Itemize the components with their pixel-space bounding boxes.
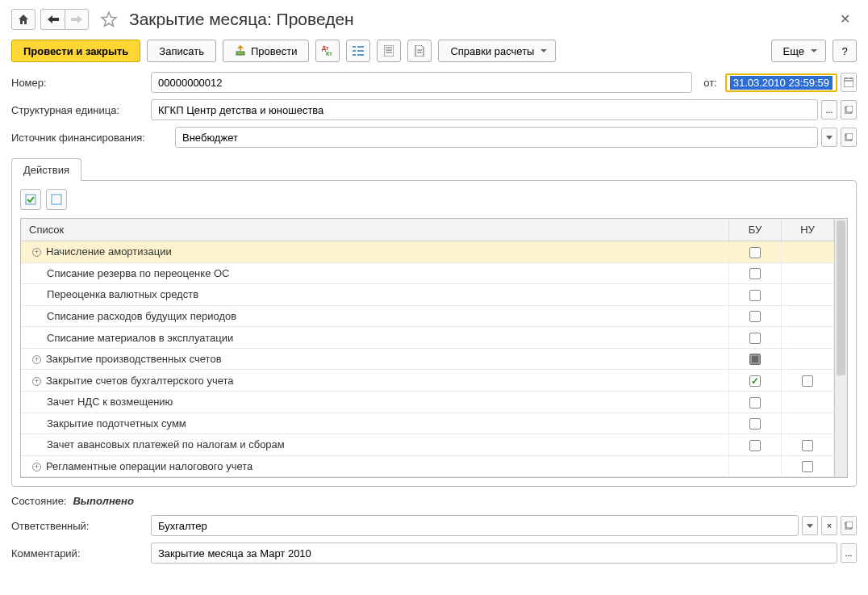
row-label: Зачет НДС к возмещению [21, 391, 729, 413]
svg-rect-15 [844, 78, 853, 87]
org-row: Структурная единица: ... [0, 96, 868, 124]
row-bu [729, 327, 782, 349]
org-open-button[interactable] [841, 100, 857, 119]
table-row[interactable]: Списание расходов будущих периодов [21, 305, 834, 327]
table-row[interactable]: Списание резерва по переоценке ОС [21, 262, 834, 284]
comment-more-button[interactable]: ... [841, 543, 857, 563]
row-bu [729, 370, 782, 392]
table-row[interactable]: Переоценка валютных средств [21, 284, 834, 306]
check-all-button[interactable] [20, 189, 41, 210]
resp-clear-button[interactable]: × [821, 516, 837, 535]
col-list-header[interactable]: Список [21, 219, 729, 241]
resp-open-button[interactable] [841, 516, 857, 535]
checkbox[interactable] [749, 418, 761, 429]
number-label: Номер: [11, 77, 144, 89]
report-button[interactable] [377, 40, 401, 62]
table-row[interactable]: +Закрытие производственных счетов [21, 348, 834, 370]
svg-rect-4 [357, 46, 364, 48]
resp-input[interactable] [151, 515, 799, 536]
number-input[interactable] [151, 72, 692, 93]
svg-rect-26 [846, 522, 853, 528]
fin-dropdown-button[interactable] [821, 128, 837, 147]
table-row[interactable]: +Начисление амортизации [21, 241, 834, 263]
resp-dropdown-button[interactable] [802, 516, 818, 535]
write-button[interactable]: Записать [147, 40, 216, 62]
calc-references-button[interactable]: Справки расчеты [438, 40, 556, 62]
scrollbar[interactable] [834, 219, 847, 477]
checkbox[interactable] [802, 375, 813, 387]
nav-group [40, 9, 89, 30]
actions-table-wrap: Список БУ НУ +Начисление амортизацииСпис… [20, 218, 848, 478]
more-button[interactable]: Еще [771, 40, 826, 62]
row-bu [729, 434, 782, 456]
svg-rect-22 [846, 133, 853, 140]
date-input[interactable]: 31.03.2010 23:59:59 [725, 73, 837, 92]
checkbox[interactable] [749, 311, 761, 322]
status-label: Состояние: [11, 495, 66, 507]
row-nu [782, 413, 834, 434]
calendar-button[interactable] [841, 73, 857, 92]
dkt-button[interactable]: ДтКт [315, 40, 340, 62]
row-bu [729, 455, 782, 477]
number-row: Номер: от: 31.03.2010 23:59:59 [0, 69, 868, 96]
print-button[interactable] [407, 40, 432, 62]
fin-row: Источник финансирования: [0, 124, 868, 151]
checkbox[interactable] [802, 461, 813, 472]
row-bu [729, 284, 782, 306]
checkbox[interactable] [749, 375, 761, 387]
home-button[interactable] [11, 9, 35, 30]
row-label: +Закрытие счетов бухгалтерского учета [21, 370, 729, 392]
tab-toolbar [20, 189, 848, 210]
checkbox[interactable] [749, 247, 761, 258]
tab-actions[interactable]: Действия [11, 158, 81, 181]
table-row[interactable]: Списание материалов в эксплуатации [21, 327, 834, 349]
table-row[interactable]: +Закрытие счетов бухгалтерского учета [21, 370, 834, 392]
row-bu [729, 241, 782, 263]
expand-icon[interactable]: + [32, 248, 41, 257]
comment-input[interactable] [151, 543, 837, 564]
structure-button[interactable] [346, 40, 370, 62]
expand-icon[interactable]: + [32, 463, 41, 471]
row-nu [782, 284, 834, 306]
post-button[interactable]: Провести [223, 40, 310, 62]
svg-rect-24 [52, 195, 61, 204]
checkbox[interactable] [749, 333, 761, 344]
status-value: Выполнено [73, 495, 133, 507]
checkbox[interactable] [749, 354, 761, 365]
checkbox[interactable] [749, 440, 761, 451]
favorite-icon[interactable] [100, 10, 118, 28]
row-label: Списание резерва по переоценке ОС [21, 262, 729, 284]
fin-input[interactable] [175, 127, 818, 148]
tab-content: Список БУ НУ +Начисление амортизацииСпис… [11, 180, 857, 487]
table-row[interactable]: Зачет НДС к возмещению [21, 391, 834, 413]
action-bar: Провести и закрыть Записать Провести ДтК… [0, 33, 868, 69]
checkbox[interactable] [802, 440, 813, 451]
open-icon [845, 106, 853, 114]
close-button[interactable]: ✕ [833, 8, 857, 30]
org-select-button[interactable]: ... [821, 100, 837, 119]
col-bu-header[interactable]: БУ [729, 219, 782, 241]
fin-open-button[interactable] [841, 128, 857, 147]
help-button[interactable]: ? [833, 40, 857, 62]
back-button[interactable] [40, 9, 65, 30]
expand-icon[interactable]: + [32, 377, 41, 386]
table-row[interactable]: +Регламентные операции налогового учета [21, 455, 834, 477]
expand-icon[interactable]: + [32, 355, 41, 364]
comment-label: Комментарий: [11, 547, 144, 559]
table-row[interactable]: Закрытие подотчетных сумм [21, 413, 834, 434]
arrow-left-icon [48, 15, 59, 23]
row-nu [782, 434, 834, 456]
table-row[interactable]: Зачет авансовых платежей по налогам и сб… [21, 434, 834, 456]
col-nu-header[interactable]: НУ [782, 219, 834, 241]
forward-button[interactable] [65, 9, 89, 30]
row-label: +Закрытие производственных счетов [21, 348, 729, 370]
org-input[interactable] [151, 99, 818, 120]
arrow-right-icon [71, 15, 82, 23]
row-label: Зачет авансовых платежей по налогам и сб… [21, 434, 729, 456]
checkbox[interactable] [749, 397, 761, 409]
uncheck-all-button[interactable] [46, 189, 67, 210]
checkbox[interactable] [749, 290, 761, 301]
row-bu [729, 413, 782, 434]
post-and-close-button[interactable]: Провести и закрыть [11, 40, 140, 62]
checkbox[interactable] [749, 268, 761, 279]
